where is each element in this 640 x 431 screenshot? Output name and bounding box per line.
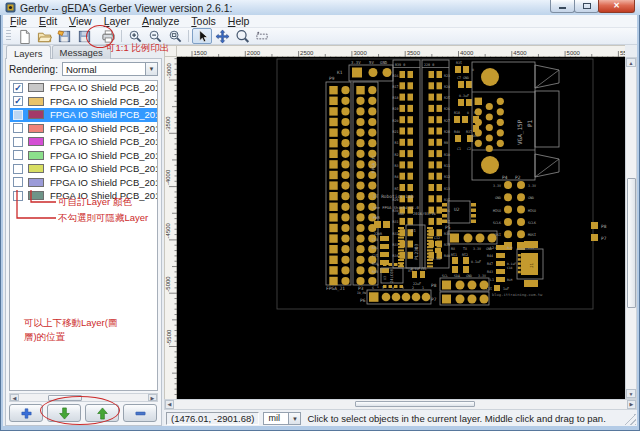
print-annotation: 可1:1 比例印出 (106, 42, 169, 55)
zoom-tool-button[interactable] (232, 28, 252, 44)
svg-text:R19: R19 (393, 107, 399, 111)
svg-text:C2: C2 (467, 147, 471, 151)
layer-row[interactable]: FPGA IO Shield PCB_20160225- (10, 135, 157, 149)
svg-text:RX: RX (451, 247, 455, 251)
toolbar-handle[interactable] (6, 30, 11, 42)
revert-button[interactable] (54, 28, 74, 44)
layer-visibility-checkbox[interactable] (13, 150, 23, 160)
svg-text:L2: L2 (490, 246, 494, 250)
layer-row[interactable]: FPGA IO Shield PCB_20160225- (10, 108, 157, 122)
layer-color-swatch[interactable] (28, 83, 44, 92)
scroll-right-icon[interactable]: ▶ (148, 394, 157, 401)
pan-tool-button[interactable] (212, 28, 232, 44)
scroll-down-icon[interactable]: ▼ (626, 389, 636, 398)
svg-text:SCLK: SCLK (493, 221, 501, 225)
layer-visibility-checkbox[interactable]: ✓ (13, 83, 23, 93)
new-file-button[interactable] (14, 28, 34, 44)
svg-text:2016/03/16: 2016/03/16 (413, 211, 437, 216)
svg-text:BLM: BLM (507, 246, 513, 250)
layer-row[interactable]: FPGA IO Shield PCB_20160225- (10, 149, 157, 163)
gerbv-window: Gerbv -- gEDA's Gerber Viewer version 2.… (0, 0, 640, 431)
svg-text:-3500: -3500 (166, 116, 172, 132)
layer-color-swatch[interactable] (28, 164, 44, 173)
pcb-render: 3.3V5VGNDK1P9FPGA_J1FPGA_J1P3R39 0220 0R… (177, 57, 625, 399)
svg-text:TX: TX (463, 247, 467, 251)
svg-text:R28: R28 (444, 130, 450, 134)
svg-text:SCLK: SCLK (528, 221, 536, 225)
move-buttons-highlight-ellipse (40, 396, 120, 425)
scroll-left-icon[interactable]: ◀ (10, 394, 19, 401)
menu-edit[interactable]: Edit (33, 15, 63, 27)
svg-text:VGA_15P: VGA_15P (516, 119, 524, 145)
minimize-button[interactable] (550, 0, 575, 13)
layer-visibility-checkbox[interactable] (13, 110, 23, 120)
layer-color-swatch[interactable] (28, 110, 44, 119)
layer-color-swatch[interactable] (28, 124, 44, 133)
open-folder-icon (37, 29, 52, 44)
scroll-up-icon[interactable]: ▲ (626, 58, 636, 67)
layer-label: FPGA IO Shield PCB_20160225- (50, 96, 157, 107)
layer-visibility-checkbox[interactable] (13, 164, 23, 174)
open-button[interactable] (34, 28, 54, 44)
menu-help[interactable]: Help (222, 15, 256, 27)
maximize-button[interactable] (574, 0, 599, 13)
svg-text:BLM: BLM (507, 278, 513, 282)
svg-text:-4500: -4500 (166, 222, 172, 238)
toolbar-separator (121, 30, 122, 42)
svg-text:1: 1 (422, 286, 424, 290)
layer-visibility-checkbox[interactable]: ✓ (13, 96, 23, 106)
svg-text:P8: P8 (431, 283, 437, 288)
menu-view[interactable]: View (63, 15, 98, 27)
layer-visibility-checkbox[interactable] (13, 137, 23, 147)
menu-file[interactable]: File (4, 15, 33, 27)
svg-text:4: 4 (392, 286, 394, 290)
layer-row[interactable]: ✓FPGA IO Shield PCB_20160225- (10, 95, 157, 109)
chevron-down-icon[interactable]: ▼ (288, 413, 300, 424)
close-button[interactable]: ✕ (598, 0, 635, 13)
pcb-canvas[interactable]: 3.3V5VGNDK1P9FPGA_J1FPGA_J1P3R39 0220 0R… (177, 57, 625, 399)
vertical-scrollbar[interactable]: ▲ ▼ (625, 57, 637, 399)
svg-text:0.3uF: 0.3uF (459, 94, 469, 98)
svg-text:R11: R11 (444, 164, 450, 168)
scrollbar-thumb[interactable] (355, 401, 475, 407)
scroll-right-icon[interactable]: ▶ (627, 400, 636, 409)
svg-text:R23: R23 (444, 74, 450, 78)
svg-text:R46: R46 (372, 246, 378, 250)
svg-text:P8: P8 (601, 224, 607, 229)
layer-row[interactable]: ✓FPGA IO Shield PCB_20160225- (10, 81, 157, 95)
svg-text:24LC08: 24LC08 (389, 269, 394, 283)
scrollbar-thumb[interactable] (627, 178, 636, 308)
layer-color-swatch[interactable] (28, 97, 44, 106)
svg-text:MISO: MISO (493, 209, 501, 213)
layer-visibility-checkbox[interactable] (13, 123, 23, 133)
svg-text:R51: R51 (451, 253, 457, 257)
add-layer-button[interactable] (9, 404, 43, 422)
scroll-left-icon[interactable]: ◀ (165, 400, 174, 409)
tab-layers[interactable]: Layers (6, 45, 51, 59)
zoom-fit-icon (168, 29, 183, 44)
layer-row[interactable]: FPGA IO Shield PCB_20160225- (10, 122, 157, 136)
measure-icon (255, 29, 270, 44)
chevron-down-icon[interactable]: ▼ (145, 63, 157, 75)
unit-select[interactable]: mil ▼ (263, 412, 301, 425)
svg-text:U1: U1 (411, 228, 416, 233)
measure-tool-button[interactable] (252, 28, 272, 44)
color-annotation: 可自訂Layer 顏色 (58, 196, 132, 209)
menu-tools[interactable]: Tools (185, 15, 222, 27)
horizontal-scrollbar[interactable]: ◀ ▶ (164, 399, 637, 410)
layer-row[interactable]: FPGA IO Shield PCB_20160225- (10, 162, 157, 176)
rendering-select[interactable]: Normal ▼ (62, 62, 158, 76)
pointer-tool-button[interactable] (192, 28, 212, 44)
title-bar[interactable]: Gerbv -- gEDA's Gerber Viewer version 2.… (0, 0, 640, 15)
layer-color-swatch[interactable] (28, 137, 44, 146)
resize-grip[interactable] (624, 413, 636, 425)
svg-text:3: 3 (402, 286, 404, 290)
menu-analyze[interactable]: Analyze (136, 15, 185, 27)
svg-text:FPGA_J1: FPGA_J1 (371, 155, 376, 173)
remove-layer-button[interactable] (123, 404, 157, 422)
svg-text:R24: R24 (444, 85, 450, 89)
vertical-ruler: -3000-3500-4000-4500-5000-5500 (164, 57, 177, 399)
app-icon (5, 2, 16, 13)
layer-color-swatch[interactable] (28, 151, 44, 160)
status-message: Click to select objects in the current l… (307, 413, 605, 424)
